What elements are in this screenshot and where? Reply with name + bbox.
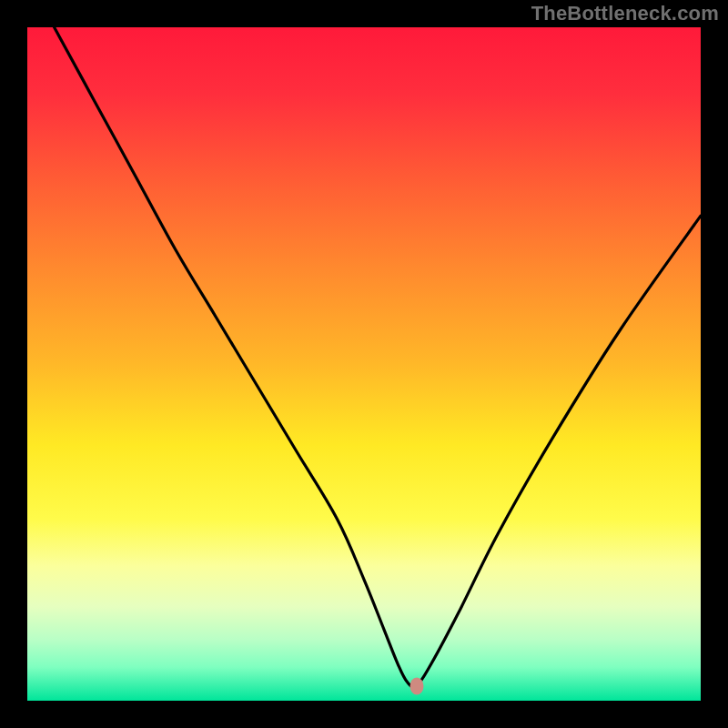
plot-area xyxy=(27,27,701,701)
optimum-marker xyxy=(410,677,423,694)
bottleneck-curve xyxy=(55,27,701,687)
chart-frame: TheBottleneck.com xyxy=(0,0,728,728)
curve-layer xyxy=(27,27,701,701)
watermark-text: TheBottleneck.com xyxy=(531,2,719,25)
